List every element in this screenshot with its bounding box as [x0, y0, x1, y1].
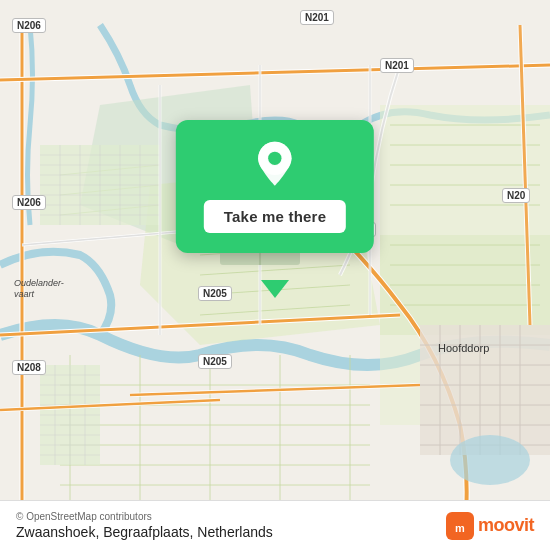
- bottom-bar-info: © OpenStreetMap contributors Zwaanshoek,…: [16, 511, 273, 540]
- place-label-hoofddorp: Hoofddorp: [438, 342, 489, 354]
- moovit-logo-icon: m: [446, 512, 474, 540]
- road-label-n205c: N205: [198, 354, 232, 369]
- svg-text:m: m: [455, 522, 465, 534]
- svg-point-92: [450, 435, 530, 485]
- road-label-n206-mid: N206: [12, 195, 46, 210]
- popup-tail: [261, 280, 289, 298]
- take-me-there-button[interactable]: Take me there: [204, 200, 346, 233]
- moovit-logo-text: moovit: [478, 515, 534, 536]
- road-label-n201b: N201: [380, 58, 414, 73]
- map-background: [0, 0, 550, 550]
- road-label-n206-top: N206: [12, 18, 46, 33]
- popup-card: Take me there: [176, 120, 374, 253]
- location-pin-icon: [250, 140, 300, 190]
- map-container: N206 N206 N201 N201 N205 N205 N205 N208 …: [0, 0, 550, 550]
- svg-point-97: [268, 152, 281, 165]
- road-label-n201: N201: [300, 10, 334, 25]
- road-label-n208: N208: [12, 360, 46, 375]
- place-label-oudelander: Oudelander-vaart: [14, 278, 74, 300]
- road-label-n20: N20: [502, 188, 530, 203]
- copyright-text: © OpenStreetMap contributors: [16, 511, 273, 522]
- moovit-logo: m moovit: [446, 512, 534, 540]
- bottom-bar: © OpenStreetMap contributors Zwaanshoek,…: [0, 500, 550, 550]
- road-label-n205b: N205: [198, 286, 232, 301]
- location-name: Zwaanshoek, Begraafplaats, Netherlands: [16, 524, 273, 540]
